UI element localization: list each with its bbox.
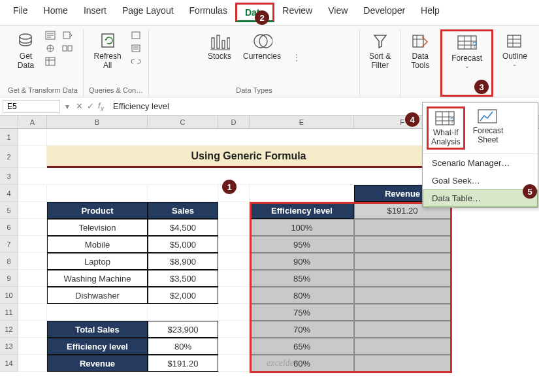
refresh-all-button[interactable]: Refresh All: [90, 29, 125, 71]
step-badge-3: 3: [474, 80, 489, 94]
what-if-icon: ?: [434, 110, 457, 128]
outline-button[interactable]: Outline ⌄: [498, 29, 531, 69]
fx-icon[interactable]: fx: [98, 101, 104, 112]
sales-header[interactable]: Sales: [148, 202, 218, 219]
col-header-b[interactable]: B: [47, 116, 148, 128]
sort-filter-label: Sort & Filter: [369, 52, 391, 70]
menu-help[interactable]: Help: [413, 3, 448, 22]
svg-text:?: ?: [472, 41, 477, 50]
row-header[interactable]: 3: [0, 168, 18, 185]
menu-file[interactable]: File: [5, 3, 36, 22]
properties-button[interactable]: [129, 42, 142, 54]
svg-point-0: [20, 34, 31, 39]
get-data-mini-buttons-2: [61, 29, 74, 54]
from-text-button[interactable]: [44, 29, 57, 41]
recent-sources-button[interactable]: [61, 29, 74, 41]
watermark: exceldemy: [267, 358, 304, 368]
step-badge-4: 4: [405, 112, 419, 127]
forecast-sheet-label: Forecast Sheet: [473, 126, 504, 144]
what-if-label: What-If Analysis: [431, 128, 461, 146]
product-header[interactable]: Product: [47, 202, 148, 219]
ribbon-group-data-tools: Data Tools: [400, 29, 440, 97]
existing-connections-button[interactable]: [61, 42, 74, 54]
get-data-button[interactable]: Get Data: [11, 29, 40, 71]
ribbon-group-sort-filter: Sort & Filter: [360, 29, 400, 97]
forecast-icon: ?: [457, 33, 478, 54]
svg-rect-6: [68, 46, 72, 51]
step-badge-5: 5: [523, 184, 537, 199]
efficiency-level-header[interactable]: Efficiency level: [250, 202, 354, 219]
row-header[interactable]: 1: [0, 129, 18, 146]
svg-rect-5: [63, 46, 67, 51]
stocks-label: Stocks: [208, 52, 231, 61]
col-header-c[interactable]: C: [148, 116, 218, 128]
svg-text:?: ?: [450, 116, 454, 124]
col-header-a[interactable]: A: [18, 116, 47, 128]
forecast-button[interactable]: ? Forecast ⌄: [448, 31, 486, 71]
row-header[interactable]: 5: [0, 202, 18, 219]
stocks-button[interactable]: Stocks: [204, 29, 235, 62]
menu-view[interactable]: View: [320, 3, 355, 22]
row-header[interactable]: 4: [0, 185, 18, 202]
currencies-icon: [252, 31, 272, 52]
ribbon: Get Data Get & Transform Data Refresh Al…: [0, 25, 539, 97]
menu-developer[interactable]: Developer: [355, 3, 413, 22]
col-header-d[interactable]: D: [218, 116, 250, 128]
row-header[interactable]: 2: [0, 146, 18, 168]
data-types-more[interactable]: ⋮: [289, 49, 304, 66]
svg-rect-18: [478, 110, 497, 123]
step-badge-2: 2: [255, 10, 269, 25]
forecast-dropdown: ? What-If Analysis Forecast Sheet Scenar…: [422, 102, 538, 208]
svg-rect-9: [132, 45, 140, 52]
scenario-manager-item[interactable]: Scenario Manager…: [423, 154, 538, 172]
menu-review[interactable]: Review: [274, 3, 320, 22]
formula-bar[interactable]: Efficiency level: [108, 101, 169, 111]
edit-links-button[interactable]: [129, 56, 142, 67]
ribbon-group-data-types: Stocks Currencies ⋮ Data Types: [149, 29, 360, 97]
funnel-icon: [370, 31, 391, 52]
menu-page-layout[interactable]: Page Layout: [114, 3, 182, 22]
svg-rect-3: [46, 57, 55, 65]
ribbon-label-data-types: Data Types: [236, 85, 272, 97]
stocks-icon: [209, 31, 230, 52]
forecast-label: Forecast: [451, 54, 482, 63]
col-header-e[interactable]: E: [250, 116, 354, 128]
cancel-icon[interactable]: ✕: [76, 101, 83, 111]
name-box-dropdown-icon[interactable]: ▾: [63, 102, 72, 111]
name-box[interactable]: [3, 100, 60, 113]
title-cell[interactable]: Using Generic Formula: [47, 146, 451, 168]
ribbon-label-get-transform: Get & Transform Data: [8, 85, 78, 97]
get-data-label: Get Data: [18, 52, 34, 70]
menu-formulas[interactable]: Formulas: [182, 3, 235, 22]
svg-rect-15: [508, 35, 521, 47]
svg-rect-8: [132, 32, 140, 39]
step-badge-1: 1: [222, 180, 237, 194]
from-web-button[interactable]: [44, 42, 57, 54]
what-if-analysis-button[interactable]: ? What-If Analysis: [427, 106, 465, 150]
data-tools-label: Data Tools: [411, 52, 429, 70]
menu-insert[interactable]: Insert: [76, 3, 114, 22]
data-table-item[interactable]: Data Table…: [423, 189, 538, 207]
goal-seek-item[interactable]: Goal Seek…: [423, 172, 538, 189]
database-icon: [15, 31, 36, 52]
outline-icon: [504, 31, 525, 52]
menu-bar: File Home Insert Page Layout Formulas Da…: [0, 0, 539, 25]
sort-filter-button[interactable]: Sort & Filter: [365, 29, 395, 71]
currencies-button[interactable]: Currencies: [239, 29, 285, 62]
chevron-down-icon: ⌄: [465, 63, 470, 69]
forecast-sheet-button[interactable]: Forecast Sheet: [470, 106, 506, 150]
select-all-corner[interactable]: [0, 116, 18, 128]
from-table-button[interactable]: [44, 56, 57, 67]
refresh-all-label: Refresh All: [94, 52, 122, 70]
ribbon-group-queries: Refresh All Queries & Con…: [84, 29, 149, 97]
ribbon-group-get-transform: Get Data Get & Transform Data: [3, 29, 84, 97]
outline-label: Outline: [502, 52, 527, 61]
enter-icon[interactable]: ✓: [87, 101, 94, 111]
data-tools-button[interactable]: Data Tools: [406, 29, 434, 71]
refresh-icon: [97, 31, 118, 52]
queries-connections-button[interactable]: [129, 29, 142, 41]
currencies-label: Currencies: [243, 52, 281, 61]
ribbon-group-outline: Outline ⌄: [493, 29, 536, 97]
get-data-mini-buttons: [44, 29, 57, 67]
menu-home[interactable]: Home: [36, 3, 76, 22]
